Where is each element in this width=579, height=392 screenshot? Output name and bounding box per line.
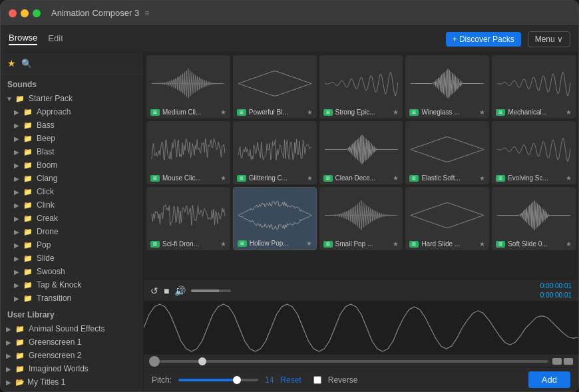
card-favorite-icon[interactable]: ★ (307, 108, 313, 116)
card-footer: ⊞ Clean Dece... ★ (323, 174, 399, 182)
waveform-thumbnail (496, 59, 572, 107)
card-favorite-icon[interactable]: ★ (393, 108, 399, 116)
sidebar-item-blast[interactable]: ▶ 📁 Blast (1, 145, 143, 158)
sidebar-item-label: Creak (37, 214, 58, 223)
sidebar-item-pop[interactable]: ▶ 📁 Pop (1, 238, 143, 252)
sidebar-item-label: Drone (37, 227, 59, 236)
card-name: Strong Epic... (335, 108, 391, 116)
card-favorite-icon[interactable]: ★ (220, 240, 226, 248)
card-type-icon: ⊞ (496, 109, 505, 116)
sound-card[interactable]: ⊞ Soft Slide 0... ★ (492, 187, 576, 250)
card-favorite-icon[interactable]: ★ (479, 174, 485, 182)
sidebar-item-click[interactable]: ▶ 📁 Click (1, 185, 143, 198)
sidebar-item-greenscreen-1[interactable]: ▶ 📁 Greenscreen 1 (1, 335, 143, 349)
card-footer: ⊞ Hard Slide ... ★ (409, 240, 485, 248)
card-footer: ⊞ Soft Slide 0... ★ (496, 240, 572, 248)
sound-card[interactable]: ⊞ Mechanical... ★ (492, 55, 576, 118)
pitch-slider[interactable] (178, 379, 258, 381)
card-favorite-icon[interactable]: ★ (566, 240, 572, 248)
card-favorite-icon[interactable]: ★ (220, 174, 226, 182)
discover-packs-button[interactable]: + Discover Packs (446, 32, 521, 47)
sound-card[interactable]: ⊞ Strong Epic... ★ (319, 55, 403, 118)
sound-card[interactable]: ⊞ Hollow Pop... ★ (233, 187, 317, 250)
sound-card[interactable]: ⊞ Medium Cli... ★ (146, 55, 230, 118)
hamburger-icon[interactable]: ≡ (144, 9, 149, 18)
card-favorite-icon[interactable]: ★ (393, 174, 399, 182)
card-favorite-icon[interactable]: ★ (306, 240, 312, 247)
card-favorite-icon[interactable]: ★ (479, 240, 485, 248)
card-favorite-icon[interactable]: ★ (566, 108, 572, 116)
titlebar: Animation Composer 3 ≡ (1, 1, 578, 26)
sidebar-item-bass[interactable]: ▶ 📁 Bass (1, 118, 143, 132)
search-icon[interactable]: 🔍 (21, 59, 32, 69)
sidebar-item-swoosh[interactable]: ▶ 📁 Swoosh (1, 265, 143, 278)
sound-card[interactable]: ⊞ Elastic Soft... ★ (405, 121, 489, 184)
card-footer: ⊞ Small Pop ... ★ (323, 240, 399, 248)
sound-card[interactable]: ⊞ Mouse Clic... ★ (146, 121, 230, 184)
sound-card[interactable]: ⊞ Clean Dece... ★ (319, 121, 403, 184)
card-favorite-icon[interactable]: ★ (479, 108, 485, 116)
favorite-star-icon[interactable]: ★ (7, 58, 16, 69)
sidebar-item-slide[interactable]: ▶ 📁 Slide (1, 252, 143, 265)
sound-card[interactable]: ⊞ Sci-fi Dron... ★ (146, 187, 230, 250)
sidebar-item-creak[interactable]: ▶ 📁 Creak (1, 212, 143, 225)
sidebar-item-transition[interactable]: ▶ 📁 Transition (1, 292, 143, 305)
sidebar-item-boom[interactable]: ▶ 📁 Boom (1, 158, 143, 172)
card-footer: ⊞ Glittering C... ★ (237, 174, 313, 182)
card-favorite-icon[interactable]: ★ (566, 174, 572, 182)
tab-edit[interactable]: Edit (48, 33, 63, 45)
pitch-slider-thumb[interactable] (233, 376, 241, 384)
special-folder-icon: 📂 (15, 391, 25, 392)
sound-card[interactable]: ⊞ Evolving Sc... ★ (492, 121, 576, 184)
volume-icon[interactable]: 🔊 (174, 286, 186, 296)
reverse-checkbox[interactable] (313, 376, 321, 384)
volume-slider[interactable] (191, 290, 231, 292)
pitch-reset-button[interactable]: Reset (280, 375, 301, 385)
sound-card[interactable]: ⊞ Glittering C... ★ (233, 121, 317, 184)
folder-icon: 📁 (23, 148, 33, 156)
maximize-button[interactable] (33, 9, 41, 17)
sidebar-item-greenscreen-2[interactable]: ▶ 📁 Greenscreen 2 (1, 349, 143, 362)
sidebar-item-label: Transition (37, 294, 71, 303)
scrubber-start-icon[interactable] (149, 356, 160, 367)
minimize-button[interactable] (21, 9, 29, 17)
sound-card[interactable]: ⊞ Wineglass ... ★ (405, 55, 489, 118)
sidebar: ★ 🔍 Sounds ▼ 📁 Starter Pack ▶ 📁 Approach… (1, 53, 144, 391)
sidebar-item-my-titles-1[interactable]: ▶ 📂 My Titles 1 (1, 375, 143, 389)
card-footer: ⊞ Powerful Bl... ★ (237, 108, 313, 116)
sidebar-item-clink[interactable]: ▶ 📁 Clink (1, 198, 143, 212)
sidebar-item-drone[interactable]: ▶ 📁 Drone (1, 225, 143, 238)
sidebar-item-label: Greenscreen 1 (29, 337, 81, 347)
card-favorite-icon[interactable]: ★ (307, 174, 313, 182)
sidebar-item-tap-knock[interactable]: ▶ 📁 Tap & Knock (1, 278, 143, 292)
sidebar-item-beep[interactable]: ▶ 📁 Beep (1, 132, 143, 145)
sidebar-item-imagined-worlds[interactable]: ▶ 📁 Imagined Worlds (1, 362, 143, 375)
sidebar-item-approach[interactable]: ▶ 📁 Approach (1, 105, 143, 118)
sidebar-item-label: Approach (37, 107, 71, 116)
folder-icon: 📁 (15, 95, 25, 103)
sidebar-item-label: Animal Sound Effects (29, 324, 105, 333)
current-time: 0:00:00:01 (540, 282, 572, 291)
sound-grid: ⊞ Medium Cli... ★ ⊞ Powerful Bl... ★ (144, 53, 578, 280)
menu-button[interactable]: Menu ∨ (528, 31, 570, 47)
scrubber-track[interactable] (160, 360, 548, 363)
folder-icon: 📁 (23, 188, 33, 196)
replay-button[interactable]: ↺ (150, 286, 158, 296)
card-favorite-icon[interactable]: ★ (220, 108, 226, 116)
sidebar-item-starter-pack[interactable]: ▼ 📁 Starter Pack (1, 92, 143, 105)
stop-button[interactable]: ■ (164, 286, 169, 296)
folder-icon: 📁 (23, 294, 33, 303)
sidebar-item-animal-sound-effects[interactable]: ▶ 📁 Animal Sound Effects (1, 322, 143, 335)
add-button[interactable]: Add (528, 371, 570, 388)
card-favorite-icon[interactable]: ★ (393, 240, 399, 248)
chevron-right-icon: ▶ (14, 108, 21, 116)
sound-card[interactable]: ⊞ Small Pop ... ★ (319, 187, 403, 250)
sound-card[interactable]: ⊞ Powerful Bl... ★ (233, 55, 317, 118)
sidebar-item-clang[interactable]: ▶ 📁 Clang (1, 172, 143, 185)
folder-icon: 📁 (23, 174, 33, 183)
sound-card[interactable]: ⊞ Hard Slide ... ★ (405, 187, 489, 250)
tab-browse[interactable]: Browse (9, 33, 37, 45)
close-button[interactable] (9, 9, 17, 17)
sidebar-item-my-titles-2[interactable]: ▶ 📂 My Titles 2 (1, 389, 143, 391)
scrubber-thumb[interactable] (198, 357, 206, 365)
